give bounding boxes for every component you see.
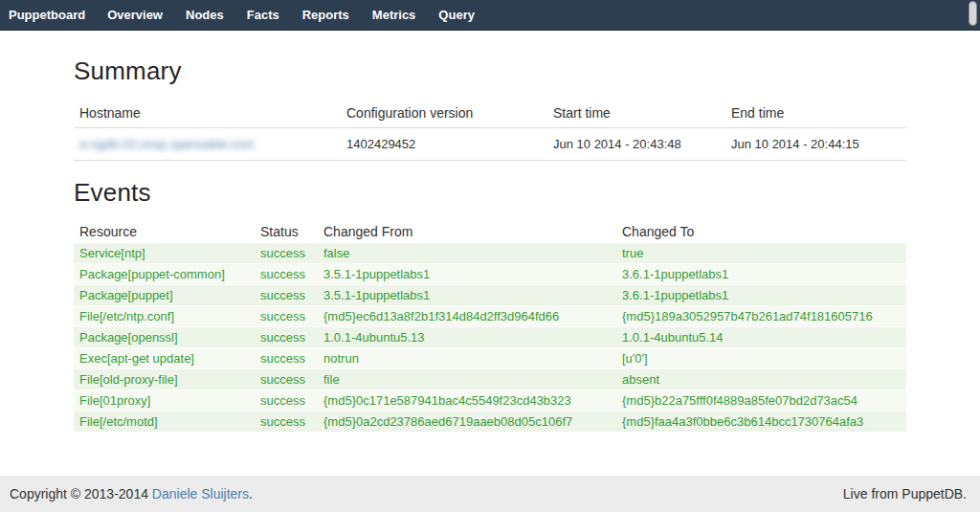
- event-changed-to: true: [616, 243, 906, 264]
- event-row: File[/etc/motd] success {md5}0a2cd23786a…: [74, 412, 906, 433]
- copyright-text: Copyright © 2013-2014 Daniele Sluijters.: [10, 486, 253, 501]
- event-row: File[old-proxy-file] success file absent: [74, 369, 906, 390]
- configuration-version-value: 1402429452: [341, 128, 547, 161]
- event-changed-from: {md5}ec6d13a8f2b1f314d84d2ff3d964fd66: [318, 306, 616, 327]
- event-row: Package[puppet] success 3.5.1-1puppetlab…: [74, 285, 906, 306]
- event-changed-from: 3.5.1-1puppetlabs1: [318, 285, 616, 306]
- event-status: success: [255, 369, 318, 390]
- event-changed-to: 3.6.1-1puppetlabs1: [616, 264, 906, 285]
- event-resource: Package[openssl]: [74, 327, 255, 348]
- events-col-changed-from: Changed From: [318, 218, 616, 243]
- nav-item-nodes[interactable]: Nodes: [174, 0, 235, 31]
- events-col-resource: Resource: [74, 218, 255, 243]
- event-changed-from: file: [318, 369, 616, 390]
- nav-item-facts[interactable]: Facts: [235, 0, 291, 31]
- end-time-value: Jun 10 2014 - 20:44:15: [725, 128, 906, 161]
- event-changed-to: {md5}189a3052957b47b261ad74f181605716: [616, 306, 906, 327]
- event-changed-from: 1.0.1-4ubuntu5.13: [318, 327, 616, 348]
- event-changed-to: 3.6.1-1puppetlabs1: [616, 285, 906, 306]
- event-changed-to: {md5}b22a75fff0f4889a85fe07bd2d73ac54: [616, 390, 906, 412]
- event-resource: File[/etc/motd]: [74, 412, 255, 433]
- summary-col-configuration-version: Configuration version: [341, 99, 547, 128]
- hostname-link[interactable]: a-ngdb-03.onsp.opensable.com: [79, 137, 255, 151]
- event-row: File[01proxy] success {md5}0c171e587941b…: [74, 390, 906, 412]
- event-row: Package[openssl] success 1.0.1-4ubuntu5.…: [74, 327, 906, 348]
- event-resource: Package[puppet-common]: [74, 264, 255, 285]
- event-changed-to: 1.0.1-4ubuntu5.14: [616, 327, 906, 348]
- copyright-suffix: .: [249, 486, 253, 501]
- puppetdb-status-text: Live from PuppetDB.: [843, 486, 967, 501]
- event-resource: File[/etc/ntp.conf]: [74, 306, 255, 327]
- event-status: success: [255, 285, 318, 306]
- event-changed-from: {md5}0c171e587941bac4c5549f23cd43b323: [318, 390, 616, 412]
- event-status: success: [255, 264, 318, 285]
- event-row: Service[ntp] success false true: [74, 243, 906, 264]
- event-changed-from: 3.5.1-1puppetlabs1: [318, 264, 616, 285]
- event-status: success: [255, 243, 318, 264]
- event-changed-from: {md5}0a2cd23786aed6719aaeb08d05c106f7: [318, 412, 616, 433]
- event-status: success: [255, 390, 318, 412]
- author-link[interactable]: Daniele Sluijters: [152, 486, 249, 501]
- footer: Copyright © 2013-2014 Daniele Sluijters.…: [0, 476, 980, 512]
- event-status: success: [255, 348, 318, 369]
- event-status: success: [255, 306, 318, 327]
- nav-item-reports[interactable]: Reports: [291, 0, 361, 31]
- event-row: Package[puppet-common] success 3.5.1-1pu…: [74, 264, 906, 285]
- events-col-changed-to: Changed To: [616, 218, 906, 243]
- events-header-row: Resource Status Changed From Changed To: [74, 218, 906, 243]
- event-changed-from: false: [318, 243, 616, 264]
- nav-item-query[interactable]: Query: [427, 0, 486, 31]
- nav-item-metrics[interactable]: Metrics: [361, 0, 428, 31]
- nav-item-overview[interactable]: Overview: [96, 0, 174, 31]
- event-resource: Service[ntp]: [74, 243, 255, 264]
- start-time-value: Jun 10 2014 - 20:43:48: [547, 128, 725, 161]
- event-changed-to: {md5}faa4a3f0bbe6c3b614bcc1730764afa3: [616, 412, 906, 433]
- main-content: Summary Hostname Configuration version S…: [74, 56, 906, 433]
- event-changed-to: [u'0']: [616, 348, 906, 369]
- summary-col-hostname: Hostname: [74, 99, 341, 128]
- summary-col-start-time: Start time: [547, 99, 725, 128]
- events-col-status: Status: [255, 218, 318, 243]
- event-status: success: [255, 327, 318, 348]
- summary-heading: Summary: [74, 56, 906, 86]
- hostname-cell: a-ngdb-03.onsp.opensable.com: [74, 128, 341, 161]
- events-heading: Events: [74, 178, 906, 208]
- vertical-scrollbar-thumb[interactable]: [969, 1, 977, 26]
- navbar: Puppetboard Overview Nodes Facts Reports…: [0, 0, 980, 31]
- event-resource: Exec[apt-get update]: [74, 348, 255, 369]
- summary-table: Hostname Configuration version Start tim…: [74, 99, 906, 161]
- nav-brand-puppetboard[interactable]: Puppetboard: [9, 0, 85, 31]
- event-changed-to: absent: [616, 369, 906, 390]
- event-row: File[/etc/ntp.conf] success {md5}ec6d13a…: [74, 306, 906, 327]
- events-table: Resource Status Changed From Changed To …: [74, 218, 906, 433]
- summary-col-end-time: End time: [725, 99, 906, 128]
- event-status: success: [255, 412, 318, 433]
- event-resource: File[01proxy]: [74, 390, 255, 412]
- event-resource: Package[puppet]: [74, 285, 255, 306]
- summary-header-row: Hostname Configuration version Start tim…: [74, 99, 906, 128]
- summary-row: a-ngdb-03.onsp.opensable.com 1402429452 …: [74, 128, 906, 161]
- event-changed-from: notrun: [318, 348, 616, 369]
- copyright-prefix: Copyright © 2013-2014: [10, 486, 152, 501]
- event-row: Exec[apt-get update] success notrun [u'0…: [74, 348, 906, 369]
- event-resource: File[old-proxy-file]: [74, 369, 255, 390]
